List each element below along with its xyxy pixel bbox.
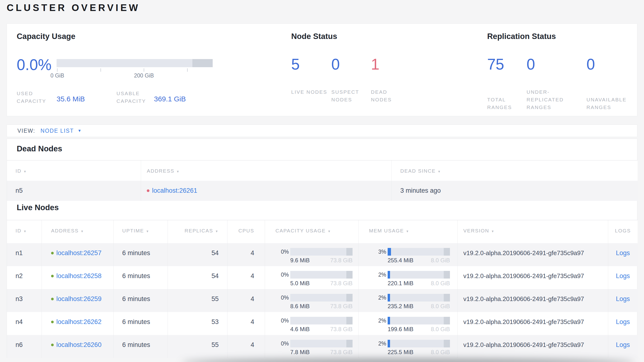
under-replicated-count: 0 xyxy=(526,57,586,72)
gauge-tick-0 xyxy=(57,68,58,72)
node-capacity-usage: 0% 5.0 MiB73.8 GiB xyxy=(265,266,358,289)
node-logs-link[interactable]: Logs xyxy=(616,249,630,257)
node-address-link[interactable]: localhost:26257 xyxy=(56,249,102,257)
view-dropdown[interactable]: NODE LIST ▼ xyxy=(40,128,82,134)
live-node-row: n4 localhost:26262 6 minutes 53 4 0% 4.6… xyxy=(7,312,638,335)
gauge-tick-label-0: 0 GiB xyxy=(43,72,72,79)
node-uptime: 6 minutes xyxy=(114,335,168,358)
cluster-summary-panel: Capacity Usage 0.0% 0 GiB 200 GiB USED C… xyxy=(7,24,637,116)
node-id: n2 xyxy=(7,266,42,289)
sort-desc-icon: ▼ xyxy=(328,230,331,233)
node-mem-usage: 2% 199.6 MiB8.0 GiB xyxy=(358,312,457,335)
used-capacity-value: 35.6 MiB xyxy=(56,95,85,103)
node-version: v19.2.0-alpha.20190606-2491-gfe735c9a97 xyxy=(457,266,608,289)
node-address-link[interactable]: localhost:26259 xyxy=(56,295,102,303)
node-address-link[interactable]: localhost:26260 xyxy=(56,341,102,349)
live-nodes-title: Live Nodes xyxy=(17,203,59,212)
sort-desc-icon: ▼ xyxy=(176,170,180,173)
usable-capacity-value: 369.1 GiB xyxy=(154,95,186,103)
live-col-header-id[interactable]: ID▼ xyxy=(7,220,42,243)
node-replicas: 54 xyxy=(168,243,227,266)
capacity-gauge-bar xyxy=(56,59,213,67)
dead-nodes-table: ID▼ ADDRESS▼ DEAD SINCE▼ n5 localhost:26… xyxy=(7,160,638,201)
capacity-usage-title: Capacity Usage xyxy=(17,32,76,41)
live-col-header-cpus: CPUS xyxy=(227,220,265,243)
node-mem-usage: 2% 220.1 MiB8.0 GiB xyxy=(358,266,457,289)
live-col-header-mem[interactable]: MEM USAGE▼ xyxy=(358,220,457,243)
bottom-shadow xyxy=(182,359,635,362)
node-address-link[interactable]: localhost:26258 xyxy=(56,272,102,280)
node-id: n3 xyxy=(7,289,42,312)
live-status-dot xyxy=(51,321,54,323)
gauge-tick-200 xyxy=(144,68,144,72)
live-nodes-count: 5 xyxy=(291,57,331,72)
unavailable-count: 0 xyxy=(586,57,595,72)
live-col-header-logs: LOGS xyxy=(608,220,638,243)
live-col-header-replicas[interactable]: REPLICAS▼ xyxy=(168,220,227,243)
node-logs-link[interactable]: Logs xyxy=(616,318,630,325)
live-col-header-version[interactable]: VERSION▼ xyxy=(457,220,608,243)
dead-col-header-address[interactable]: ADDRESS▼ xyxy=(141,160,392,181)
live-status-dot xyxy=(51,298,54,300)
live-node-row: n2 localhost:26258 6 minutes 54 4 0% 5.0… xyxy=(7,266,638,289)
capacity-used-percent: 0.0% xyxy=(17,57,52,72)
dead-col-header-id[interactable]: ID▼ xyxy=(7,160,141,181)
node-version: v19.2.0-alpha.20190606-2491-gfe735c9a97 xyxy=(457,335,608,358)
suspect-nodes-label: SUSPECT NODES xyxy=(331,88,371,104)
node-mem-usage: 3% 255.4 MiB8.0 GiB xyxy=(358,243,457,266)
node-id: n6 xyxy=(7,335,42,358)
capacity-bar xyxy=(290,271,352,279)
node-logs-link[interactable]: Logs xyxy=(616,341,630,348)
sort-desc-icon: ▼ xyxy=(406,230,409,233)
node-replicas: 55 xyxy=(168,335,227,358)
dead-status-dot xyxy=(147,189,150,192)
node-logs-link[interactable]: Logs xyxy=(616,295,630,302)
capacity-usage-section: Capacity Usage 0.0% 0 GiB 200 GiB USED C… xyxy=(17,24,279,116)
view-bar: VIEW: NODE LIST ▼ xyxy=(7,125,637,137)
sort-desc-icon: ▼ xyxy=(146,230,150,233)
node-capacity-usage: 0% 4.6 MiB73.8 GiB xyxy=(265,312,358,335)
node-cpus: 4 xyxy=(227,289,265,312)
mem-bar xyxy=(388,317,450,324)
gauge-tick-300 xyxy=(187,68,188,72)
node-cpus: 4 xyxy=(227,312,265,335)
sort-desc-icon: ▼ xyxy=(81,230,84,233)
live-col-header-address[interactable]: ADDRESS▼ xyxy=(42,220,114,243)
sort-desc-icon: ▼ xyxy=(24,170,27,173)
live-nodes-table: ID▼ ADDRESS▼ UPTIME▼ REPLICAS▼ CPUS CAPA… xyxy=(7,220,638,358)
used-capacity-label: USED CAPACITY xyxy=(17,90,55,105)
dead-col-header-dead-since[interactable]: DEAD SINCE▼ xyxy=(392,160,638,181)
total-ranges-count: 75 xyxy=(487,57,526,72)
mem-bar xyxy=(388,340,450,347)
dead-node-id: n5 xyxy=(7,181,141,201)
node-cpus: 4 xyxy=(227,266,265,289)
node-replicas: 55 xyxy=(168,289,227,312)
live-node-row: n6 localhost:26260 6 minutes 55 4 0% 7.8… xyxy=(7,335,638,358)
view-dropdown-selected[interactable]: NODE LIST xyxy=(40,128,74,134)
live-status-dot xyxy=(51,252,54,254)
node-cpus: 4 xyxy=(227,335,265,358)
node-version: v19.2.0-alpha.20190606-2491-gfe735c9a97 xyxy=(457,243,608,266)
node-uptime: 6 minutes xyxy=(114,312,168,335)
capacity-bar xyxy=(290,248,352,256)
node-mem-usage: 2% 235.2 MiB8.0 GiB xyxy=(358,289,457,312)
node-replicas: 53 xyxy=(168,312,227,335)
live-col-header-capacity[interactable]: CAPACITY USAGE▼ xyxy=(265,220,358,243)
replication-status-section: Replication Status 75 0 0 TOTAL RANGES U… xyxy=(487,24,635,116)
mem-bar xyxy=(388,271,450,279)
live-col-header-uptime[interactable]: UPTIME▼ xyxy=(114,220,168,243)
dead-node-address-link[interactable]: localhost:26261 xyxy=(152,187,197,194)
node-version: v19.2.0-alpha.20190606-2491-gfe735c9a97 xyxy=(457,289,608,312)
node-uptime: 6 minutes xyxy=(114,243,168,266)
dead-nodes-title: Dead Nodes xyxy=(17,144,62,153)
live-nodes-label: LIVE NODES xyxy=(291,88,331,104)
capacity-bar xyxy=(290,294,352,301)
sort-desc-icon: ▼ xyxy=(438,170,441,173)
nodes-tables-panel: Dead Nodes ID▼ ADDRESS▼ DEAD SINCE▼ n5 l… xyxy=(7,139,637,358)
view-label: VIEW: xyxy=(18,128,35,134)
suspect-nodes-count: 0 xyxy=(331,57,371,72)
live-status-dot xyxy=(51,343,54,346)
node-address-link[interactable]: localhost:26262 xyxy=(56,318,102,326)
node-logs-link[interactable]: Logs xyxy=(616,272,630,279)
node-uptime: 6 minutes xyxy=(114,266,168,289)
